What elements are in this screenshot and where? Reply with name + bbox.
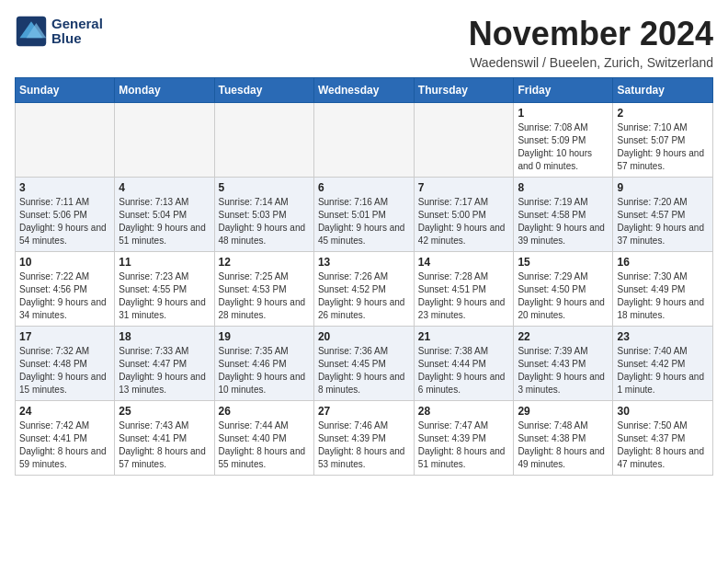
- location-title: Waedenswil / Bueelen, Zurich, Switzerlan…: [469, 55, 713, 70]
- calendar-cell: 25Sunrise: 7:43 AM Sunset: 4:41 PM Dayli…: [115, 401, 214, 476]
- calendar-cell: 21Sunrise: 7:38 AM Sunset: 4:44 PM Dayli…: [414, 327, 514, 401]
- day-info: Sunrise: 7:20 AM Sunset: 4:57 PM Dayligh…: [617, 196, 709, 247]
- calendar-cell: 7Sunrise: 7:17 AM Sunset: 5:00 PM Daylig…: [414, 178, 514, 252]
- calendar-week-3: 10Sunrise: 7:22 AM Sunset: 4:56 PM Dayli…: [16, 252, 713, 327]
- day-number: 9: [617, 181, 709, 194]
- day-number: 6: [318, 181, 410, 194]
- day-info: Sunrise: 7:47 AM Sunset: 4:39 PM Dayligh…: [418, 419, 510, 471]
- day-info: Sunrise: 7:22 AM Sunset: 4:56 PM Dayligh…: [19, 270, 110, 322]
- calendar-cell: 9Sunrise: 7:20 AM Sunset: 4:57 PM Daylig…: [613, 178, 713, 252]
- day-info: Sunrise: 7:35 AM Sunset: 4:46 PM Dayligh…: [219, 345, 310, 396]
- calendar-cell: [16, 103, 115, 178]
- weekday-header-tuesday: Tuesday: [214, 78, 313, 103]
- day-info: Sunrise: 7:11 AM Sunset: 5:06 PM Dayligh…: [19, 196, 110, 247]
- logo: General Blue: [15, 15, 103, 48]
- calendar-cell: 8Sunrise: 7:19 AM Sunset: 4:58 PM Daylig…: [514, 178, 613, 252]
- day-info: Sunrise: 7:10 AM Sunset: 5:07 PM Dayligh…: [617, 121, 709, 173]
- weekday-header-wednesday: Wednesday: [313, 78, 414, 103]
- day-info: Sunrise: 7:42 AM Sunset: 4:41 PM Dayligh…: [19, 419, 110, 471]
- day-number: 28: [418, 405, 510, 418]
- day-info: Sunrise: 7:38 AM Sunset: 4:44 PM Dayligh…: [418, 345, 510, 396]
- calendar-table: SundayMondayTuesdayWednesdayThursdayFrid…: [15, 77, 713, 476]
- calendar-cell: 30Sunrise: 7:50 AM Sunset: 4:37 PM Dayli…: [613, 401, 713, 476]
- calendar-cell: 2Sunrise: 7:10 AM Sunset: 5:07 PM Daylig…: [613, 103, 713, 178]
- calendar-cell: 29Sunrise: 7:48 AM Sunset: 4:38 PM Dayli…: [514, 401, 613, 476]
- day-number: 26: [219, 405, 310, 418]
- day-number: 2: [617, 107, 709, 120]
- calendar-cell: 3Sunrise: 7:11 AM Sunset: 5:06 PM Daylig…: [16, 178, 115, 252]
- day-info: Sunrise: 7:26 AM Sunset: 4:52 PM Dayligh…: [318, 270, 410, 322]
- calendar-cell: [414, 103, 514, 178]
- day-number: 27: [318, 405, 410, 418]
- calendar-cell: 20Sunrise: 7:36 AM Sunset: 4:45 PM Dayli…: [313, 327, 414, 401]
- day-number: 8: [518, 181, 609, 194]
- day-info: Sunrise: 7:48 AM Sunset: 4:38 PM Dayligh…: [518, 419, 609, 471]
- day-number: 4: [119, 181, 210, 194]
- day-number: 14: [418, 256, 510, 269]
- calendar-cell: 17Sunrise: 7:32 AM Sunset: 4:48 PM Dayli…: [16, 327, 115, 401]
- day-info: Sunrise: 7:25 AM Sunset: 4:53 PM Dayligh…: [219, 270, 310, 322]
- weekday-header-friday: Friday: [514, 78, 613, 103]
- day-number: 19: [219, 330, 310, 343]
- day-number: 30: [617, 405, 709, 418]
- day-info: Sunrise: 7:14 AM Sunset: 5:03 PM Dayligh…: [219, 196, 310, 247]
- calendar-cell: [115, 103, 214, 178]
- calendar-cell: 26Sunrise: 7:44 AM Sunset: 4:40 PM Dayli…: [214, 401, 313, 476]
- title-area: November 2024 Waedenswil / Bueelen, Zuri…: [469, 15, 713, 70]
- day-number: 12: [219, 256, 310, 269]
- logo-icon: [15, 15, 48, 48]
- day-number: 20: [318, 330, 410, 343]
- calendar-cell: 22Sunrise: 7:39 AM Sunset: 4:43 PM Dayli…: [514, 327, 613, 401]
- day-number: 13: [318, 256, 410, 269]
- calendar-cell: 24Sunrise: 7:42 AM Sunset: 4:41 PM Dayli…: [16, 401, 115, 476]
- day-info: Sunrise: 7:32 AM Sunset: 4:48 PM Dayligh…: [19, 345, 110, 396]
- calendar-cell: 19Sunrise: 7:35 AM Sunset: 4:46 PM Dayli…: [214, 327, 313, 401]
- day-number: 21: [418, 330, 510, 343]
- day-number: 29: [518, 405, 609, 418]
- day-info: Sunrise: 7:08 AM Sunset: 5:09 PM Dayligh…: [518, 121, 609, 173]
- calendar-cell: 13Sunrise: 7:26 AM Sunset: 4:52 PM Dayli…: [313, 252, 414, 327]
- day-number: 10: [19, 256, 110, 269]
- day-number: 5: [219, 181, 310, 194]
- weekday-header-thursday: Thursday: [414, 78, 514, 103]
- day-info: Sunrise: 7:40 AM Sunset: 4:42 PM Dayligh…: [617, 345, 709, 396]
- day-info: Sunrise: 7:16 AM Sunset: 5:01 PM Dayligh…: [318, 196, 410, 247]
- day-number: 25: [119, 405, 210, 418]
- day-info: Sunrise: 7:13 AM Sunset: 5:04 PM Dayligh…: [119, 196, 210, 247]
- day-info: Sunrise: 7:46 AM Sunset: 4:39 PM Dayligh…: [318, 419, 410, 471]
- calendar-cell: 1Sunrise: 7:08 AM Sunset: 5:09 PM Daylig…: [514, 103, 613, 178]
- day-info: Sunrise: 7:44 AM Sunset: 4:40 PM Dayligh…: [219, 419, 310, 471]
- page-header: General Blue November 2024 Waedenswil / …: [15, 15, 713, 70]
- calendar-week-1: 1Sunrise: 7:08 AM Sunset: 5:09 PM Daylig…: [16, 103, 713, 178]
- day-number: 24: [19, 405, 110, 418]
- month-title: November 2024: [469, 15, 713, 53]
- calendar-cell: 5Sunrise: 7:14 AM Sunset: 5:03 PM Daylig…: [214, 178, 313, 252]
- day-info: Sunrise: 7:43 AM Sunset: 4:41 PM Dayligh…: [119, 419, 210, 471]
- day-info: Sunrise: 7:29 AM Sunset: 4:50 PM Dayligh…: [518, 270, 609, 322]
- day-info: Sunrise: 7:39 AM Sunset: 4:43 PM Dayligh…: [518, 345, 609, 396]
- day-info: Sunrise: 7:50 AM Sunset: 4:37 PM Dayligh…: [617, 419, 709, 471]
- day-number: 22: [518, 330, 609, 343]
- day-number: 23: [617, 330, 709, 343]
- day-info: Sunrise: 7:28 AM Sunset: 4:51 PM Dayligh…: [418, 270, 510, 322]
- calendar-week-5: 24Sunrise: 7:42 AM Sunset: 4:41 PM Dayli…: [16, 401, 713, 476]
- calendar-cell: 11Sunrise: 7:23 AM Sunset: 4:55 PM Dayli…: [115, 252, 214, 327]
- day-number: 18: [119, 330, 210, 343]
- calendar-cell: [214, 103, 313, 178]
- calendar-week-4: 17Sunrise: 7:32 AM Sunset: 4:48 PM Dayli…: [16, 327, 713, 401]
- calendar-cell: 10Sunrise: 7:22 AM Sunset: 4:56 PM Dayli…: [16, 252, 115, 327]
- day-number: 7: [418, 181, 510, 194]
- weekday-header-sunday: Sunday: [16, 78, 115, 103]
- calendar-cell: 12Sunrise: 7:25 AM Sunset: 4:53 PM Dayli…: [214, 252, 313, 327]
- calendar-week-2: 3Sunrise: 7:11 AM Sunset: 5:06 PM Daylig…: [16, 178, 713, 252]
- calendar-cell: 4Sunrise: 7:13 AM Sunset: 5:04 PM Daylig…: [115, 178, 214, 252]
- weekday-header-saturday: Saturday: [613, 78, 713, 103]
- calendar-cell: 23Sunrise: 7:40 AM Sunset: 4:42 PM Dayli…: [613, 327, 713, 401]
- day-info: Sunrise: 7:36 AM Sunset: 4:45 PM Dayligh…: [318, 345, 410, 396]
- calendar-cell: 16Sunrise: 7:30 AM Sunset: 4:49 PM Dayli…: [613, 252, 713, 327]
- day-number: 17: [19, 330, 110, 343]
- day-number: 3: [19, 181, 110, 194]
- calendar-cell: 18Sunrise: 7:33 AM Sunset: 4:47 PM Dayli…: [115, 327, 214, 401]
- weekday-header-monday: Monday: [115, 78, 214, 103]
- day-number: 11: [119, 256, 210, 269]
